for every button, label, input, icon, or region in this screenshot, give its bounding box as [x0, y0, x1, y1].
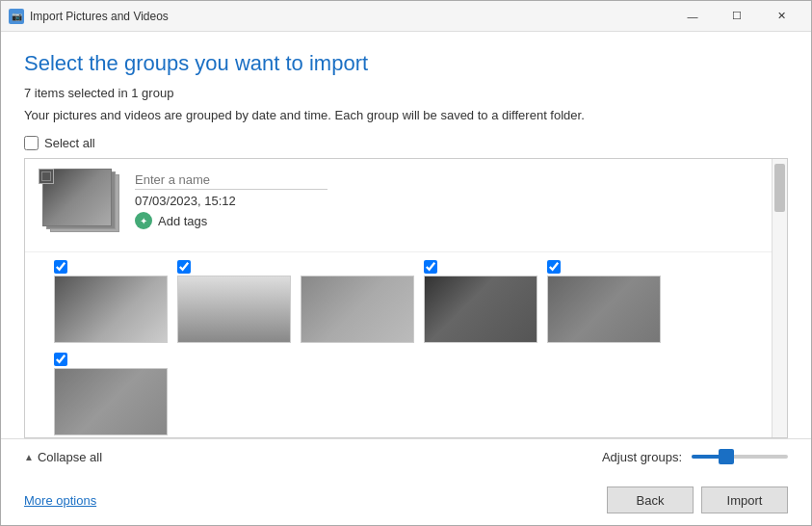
thumb-image-4	[424, 276, 537, 343]
collapse-arrow-icon: ▲	[24, 452, 34, 462]
import-button[interactable]: Import	[701, 487, 788, 513]
group-checkbox-inner	[41, 171, 51, 181]
thumb-item-1	[54, 260, 168, 343]
group-date: 07/03/2023, 15:12	[135, 194, 327, 208]
thumb-checkbox-5[interactable]	[547, 260, 561, 274]
app-icon: 📷	[9, 9, 24, 24]
description-text: Your pictures and videos are grouped by …	[24, 108, 788, 122]
maximize-button[interactable]: ☐	[715, 1, 759, 32]
minimize-button[interactable]: —	[670, 1, 715, 32]
select-all-checkbox[interactable]	[24, 136, 39, 150]
adjust-groups-row: Adjust groups:	[602, 447, 788, 466]
thumb-checkbox-row-1	[54, 260, 67, 274]
group-name-input[interactable]	[135, 171, 327, 190]
slider-thumb[interactable]	[719, 449, 734, 464]
thumb-checkbox-2[interactable]	[177, 260, 191, 274]
thumb-checkbox-row-4	[424, 260, 437, 274]
adjust-groups-slider[interactable]	[692, 447, 788, 466]
thumb-checkbox-1[interactable]	[54, 260, 67, 274]
thumb-item-4	[424, 260, 537, 343]
titlebar: 📷 Import Pictures and Videos — ☐ ✕	[1, 1, 811, 32]
thumb-checkbox-6[interactable]	[54, 353, 67, 366]
thumb-item-3	[301, 260, 414, 343]
scrollbar[interactable]	[772, 159, 787, 437]
thumb-checkbox-row-5	[547, 260, 561, 274]
thumb-checkbox-row-6	[54, 353, 67, 366]
thumb-item-6	[54, 353, 168, 435]
groups-container[interactable]: 07/03/2023, 15:12 ✦ Add tags	[24, 158, 788, 438]
group-checkbox[interactable]	[39, 169, 54, 184]
thumb-image-2	[177, 276, 291, 343]
close-button[interactable]: ✕	[759, 1, 803, 32]
adjust-groups-label: Adjust groups:	[602, 450, 682, 464]
thumb-checkbox-row-2	[177, 260, 191, 274]
bottom-top-row: ▲ Collapse all Adjust groups:	[24, 447, 788, 466]
thumb-item-2	[177, 260, 291, 343]
back-button[interactable]: Back	[607, 487, 694, 513]
action-buttons: Back Import	[607, 487, 788, 513]
thumb-image-1	[54, 276, 168, 343]
window-title: Import Pictures and Videos	[30, 10, 670, 23]
main-content: Select the groups you want to import 7 i…	[1, 32, 811, 438]
thumb-checkbox-4[interactable]	[424, 260, 437, 274]
select-all-label[interactable]: Select all	[44, 136, 95, 150]
page-heading: Select the groups you want to import	[24, 51, 788, 76]
thumb-image-5	[547, 276, 661, 343]
bottom-bottom-row: More options Back Import	[24, 487, 788, 513]
collapse-all-button[interactable]: ▲ Collapse all	[24, 450, 102, 464]
bottom-bar: ▲ Collapse all Adjust groups: More optio…	[1, 438, 811, 525]
group-thumbnail-stack	[37, 167, 123, 244]
thumb-image-6	[54, 368, 168, 435]
scrollbar-thumb[interactable]	[774, 164, 785, 212]
add-tags-row[interactable]: ✦ Add tags	[135, 212, 327, 229]
group-info: 07/03/2023, 15:12 ✦ Add tags	[135, 167, 327, 229]
select-all-row: Select all	[24, 136, 788, 150]
thumb-item-5	[547, 260, 661, 343]
import-window: 📷 Import Pictures and Videos — ☐ ✕ Selec…	[0, 0, 812, 526]
group-header: 07/03/2023, 15:12 ✦ Add tags	[25, 159, 787, 252]
thumbnails-row-1	[25, 252, 787, 438]
items-count: 7 items selected in 1 group	[24, 86, 788, 100]
more-options-button[interactable]: More options	[24, 493, 96, 508]
window-controls: — ☐ ✕	[670, 1, 803, 32]
thumb-image-3	[301, 276, 414, 343]
tag-icon: ✦	[135, 212, 152, 229]
thumb-checkbox-row-3	[301, 260, 314, 274]
collapse-label: Collapse all	[38, 450, 102, 464]
add-tags-label[interactable]: Add tags	[158, 214, 207, 228]
